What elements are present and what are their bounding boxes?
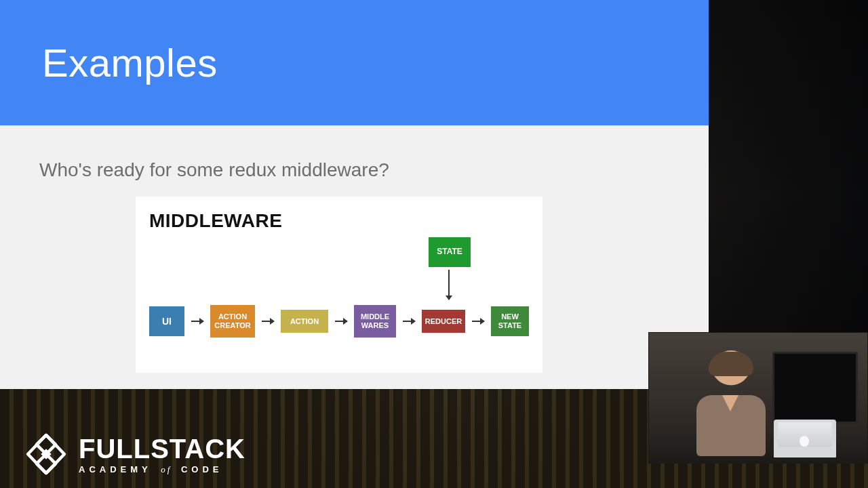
slide-subtitle: Who's ready for some redux middleware? (0, 125, 709, 181)
box-new-state: NEWSTATE (491, 306, 529, 336)
monitor-icon (772, 352, 858, 424)
presentation-slide: Examples Who's ready for some redux midd… (0, 0, 709, 389)
box-action: ACTION (281, 310, 328, 333)
box-middlewares: MIDDLEWARES (354, 305, 396, 338)
logo-sub-pre: ACADEMY (79, 464, 152, 474)
middleware-diagram: MIDDLEWARE STATE UI ACTIONCREATOR ACTION… (136, 197, 542, 373)
arrow-icon (191, 321, 203, 322)
box-reducer: REDUCER (422, 310, 465, 333)
arrow-icon (403, 321, 415, 322)
arrow-icon (472, 321, 484, 322)
slide-header: Examples (0, 0, 709, 125)
diagram-flow-row: UI ACTIONCREATOR ACTION MIDDLEWARES REDU… (149, 305, 529, 338)
logo-sub-text: ACADEMY of CODE (79, 465, 245, 474)
apple-logo-icon (800, 436, 809, 447)
logo-sub-post: CODE (181, 464, 223, 474)
arrow-icon (262, 321, 274, 322)
slide-title: Examples (42, 40, 218, 85)
box-action-creator: ACTIONCREATOR (210, 305, 255, 338)
diagram-heading: MIDDLEWARE (149, 210, 282, 232)
logo-sub-of: of (161, 464, 172, 474)
fullstack-logo-icon (24, 432, 68, 476)
fullstack-logo: FULLSTACK ACADEMY of CODE (24, 432, 245, 476)
arrow-icon (335, 321, 347, 322)
box-ui: UI (149, 306, 184, 336)
box-state: STATE (429, 237, 471, 267)
logo-main-text: FULLSTACK (79, 435, 245, 462)
fullstack-logo-text: FULLSTACK ACADEMY of CODE (79, 435, 245, 474)
speaker-silhouette (694, 350, 768, 459)
arrow-state-to-reducer (448, 270, 450, 300)
speaker-webcam-overlay (648, 332, 868, 464)
